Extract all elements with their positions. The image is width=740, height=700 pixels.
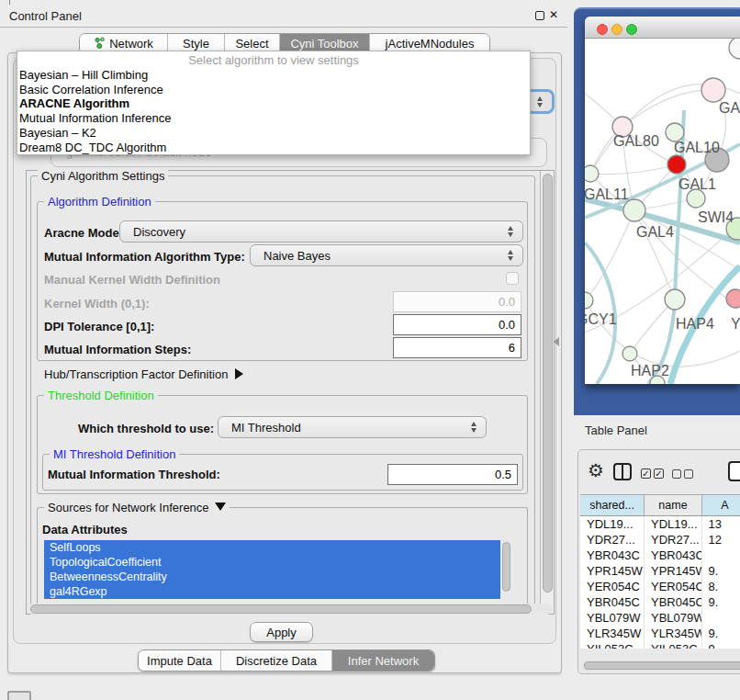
table-cell: 9. (702, 594, 740, 610)
kernel-width-field[interactable]: 0.0 (393, 291, 521, 312)
collapse-arrow-icon (215, 502, 226, 511)
close-panel-icon[interactable]: ✕ (549, 8, 558, 21)
table-row[interactable]: YBR045CYBR045C9. (580, 594, 740, 610)
tab-infer-network[interactable]: Infer Network (332, 650, 434, 671)
node-label: GAL80 (613, 133, 659, 149)
table-row[interactable]: YDR27...YDR27...12 (580, 532, 740, 548)
attribute-item-gal4rgexp[interactable]: gal4RGexp (44, 584, 500, 599)
table-mode-icon[interactable] (728, 461, 740, 481)
network-node-gal10[interactable] (666, 123, 684, 141)
table-cell: YIL053C (580, 641, 645, 649)
hub-tf-definition-toggle[interactable]: Hub/Transcription Factor Definition (44, 367, 243, 381)
node-attribute-table[interactable]: shared...nameA YDL19...YDL19...13YDR27..… (580, 494, 740, 649)
table-cell: YBR043C (580, 548, 645, 563)
table-row[interactable]: YLR345WYLR345W9. (580, 626, 740, 641)
bottom-tabs: Impute DataDiscretize DataInfer Network (138, 649, 435, 672)
window-edge-tick (9, 0, 10, 5)
node-label: HAP2 (631, 363, 669, 378)
data-attributes-label: Data Attributes (42, 523, 128, 536)
table-header: shared...nameA (580, 494, 740, 516)
control-panel-title: Control Panel (9, 9, 82, 23)
table-row[interactable]: YER054CYER054C8. (580, 579, 740, 594)
network-node-gal1[interactable] (687, 189, 705, 208)
table-row[interactable]: YPR145WYPR145W9. (580, 563, 740, 579)
minimized-window-icon[interactable] (7, 691, 31, 700)
network-node-gal[interactable] (701, 78, 725, 102)
attribute-item-selfloops[interactable]: SelfLoops (44, 540, 500, 555)
combo-arrows-icon (471, 422, 477, 433)
zoom-traffic-light-icon[interactable] (626, 24, 637, 35)
network-node-hap2[interactable] (622, 346, 637, 361)
algorithm-option-bayesian-k2[interactable]: Bayesian – K2 (17, 126, 530, 141)
tab-impute-data[interactable]: Impute Data (139, 650, 221, 671)
expand-arrow-icon (235, 368, 243, 379)
algorithm-option-bayesian-hill-climbing[interactable]: Bayesian – Hill Climbing (17, 68, 530, 83)
table-cell: 12 (702, 532, 740, 548)
select-all-checkboxes-icon[interactable]: ✓✓ (641, 469, 665, 480)
combo-arrows-icon (508, 250, 514, 261)
scrollbar-thumb[interactable] (584, 661, 740, 670)
table-cell: 8. (702, 579, 740, 594)
mi-steps-field[interactable]: 6 (393, 337, 521, 358)
table-row[interactable]: YBR043CYBR043C (580, 548, 740, 563)
manual-kernel-checkbox[interactable] (506, 272, 519, 285)
settings-horizontal-scrollbar[interactable] (28, 604, 553, 615)
which-threshold-combobox[interactable]: MI Threshold (218, 416, 487, 438)
table-cell: 9 (702, 641, 740, 649)
table-cell: YBL079W (580, 610, 645, 626)
columns-icon[interactable] (613, 463, 632, 480)
table-cell: YBR045C (645, 594, 702, 610)
network-view-window: GALGAL80GAL10GAL11GAL1SWI4GAL4GCY1HAP4YH… (585, 17, 740, 384)
column-header-shared[interactable]: shared... (580, 495, 645, 515)
algorithm-option-dream8-dc-tdc-algorithm[interactable]: Dream8 DC_TDC Algorithm (17, 141, 530, 155)
apply-button[interactable]: Apply (250, 622, 313, 642)
settings-vertical-scrollbar[interactable] (540, 171, 554, 614)
table-cell: YER054C (645, 579, 702, 594)
algorithm-option-mutual-information-inference[interactable]: Mutual Information Inference (17, 111, 530, 126)
close-traffic-light-icon[interactable] (597, 24, 608, 35)
network-node-y[interactable] (726, 289, 740, 308)
scrollbar-thumb[interactable] (30, 604, 532, 614)
network-node-gal4[interactable] (623, 199, 645, 221)
network-node-hap4[interactable] (665, 289, 685, 310)
table-horizontal-scrollbar[interactable] (582, 660, 740, 671)
attributes-scrollbar[interactable] (501, 540, 512, 600)
network-icon (94, 37, 106, 51)
data-attributes-list[interactable]: SelfLoopsTopologicalCoefficientBetweenne… (44, 540, 500, 600)
node-label: SWI4 (698, 209, 734, 225)
control-panel-titlebar: Control Panel ✕ (0, 6, 567, 28)
gear-icon[interactable]: ⚙ (588, 458, 604, 482)
column-header-name[interactable]: name (645, 495, 702, 515)
tab-discretize-data[interactable]: Discretize Data (221, 650, 332, 671)
dropdown-placeholder: Select algorithm to view settings (17, 51, 530, 68)
mi-type-combobox[interactable]: Naive Bayes (250, 244, 523, 266)
attribute-item-betweennesscentrality[interactable]: BetweennessCentrality (44, 570, 500, 584)
scrollbar-thumb[interactable] (543, 174, 553, 593)
algorithm-option-aracne-algorithm[interactable]: ARACNE Algorithm (17, 96, 530, 111)
minimize-traffic-light-icon[interactable] (611, 24, 622, 35)
table-cell: YPR145W (580, 563, 645, 579)
mi-threshold-field[interactable]: 0.5 (387, 464, 518, 485)
table-row[interactable]: YBL079WYBL079W (580, 610, 740, 626)
table-row[interactable]: YDL19...YDL19...13 (580, 516, 740, 532)
deselect-all-checkboxes-icon[interactable] (672, 469, 694, 480)
float-panel-icon[interactable] (535, 11, 544, 20)
aracne-mode-combobox[interactable]: Discovery (119, 220, 523, 243)
network-node[interactable] (729, 39, 740, 59)
network-node-gcy1[interactable] (585, 292, 593, 309)
scrollbar-thumb[interactable] (502, 542, 510, 592)
table-cell (702, 548, 740, 563)
application-root: Control Panel ✕ NetworkStyleSelectCyni T… (0, 0, 740, 700)
network-canvas[interactable]: GALGAL80GAL10GAL11GAL1SWI4GAL4GCY1HAP4YH… (585, 39, 740, 384)
network-node-gal11[interactable] (585, 165, 599, 182)
panel-collapse-arrow-icon[interactable] (554, 337, 559, 346)
network-node[interactable] (667, 155, 686, 174)
node-label: GAL (719, 100, 740, 116)
dpi-tolerance-field[interactable]: 0.0 (393, 314, 521, 335)
column-header-a[interactable]: A (702, 495, 740, 515)
attribute-item-topologicalcoefficient[interactable]: TopologicalCoefficient (44, 555, 500, 570)
network-window-titlebar[interactable] (585, 17, 740, 39)
table-row[interactable]: YIL053CYIL053C9 (580, 641, 740, 649)
algorithm-option-basic-correlation-inference[interactable]: Basic Correlation Inference (17, 83, 530, 97)
sources-group-title[interactable]: Sources for Network Inference (44, 501, 230, 514)
